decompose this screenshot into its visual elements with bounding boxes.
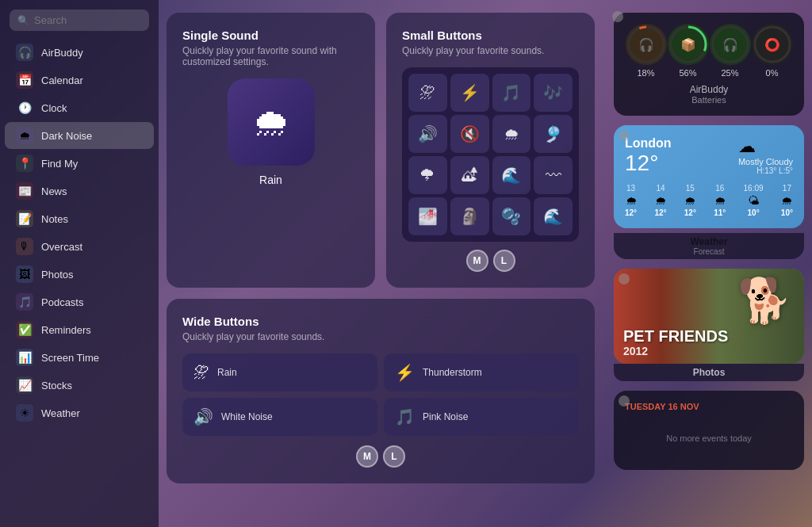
app-icon-11: 📊 [16,349,33,366]
forecast-item-3: 16 🌧 11° [714,184,726,217]
single-sound-icon[interactable]: 🌧 [228,78,315,166]
sidebar-item-calendar[interactable]: 📅 Calendar [5,67,154,94]
photos-pet-friends: PET FRIENDS [623,327,795,345]
forecast-item-2: 15 🌧 12° [684,184,696,217]
top-row: Single Sound Quickly play your favorite … [167,13,595,288]
search-icon: 🔍 [17,15,29,26]
photos-footer-label: Photos [617,367,801,378]
photos-year: 2012 [623,345,795,357]
small-btn-12[interactable]: 🌁 [408,197,447,235]
small-buttons-grid: ⛈⚡🎵🎶🔊🔇🌧🎐🌩🏕🌊〰🌁🗿🫧🌊 [402,67,579,242]
sidebar: 🔍 🎧 AirBuddy 📅 Calendar 🕐 Clock 🌧 Dark N… [0,0,159,527]
sidebar-item-news[interactable]: 📰 News [5,178,154,204]
small-btn-13[interactable]: 🗿 [450,197,489,235]
photos-footer: Photos [614,364,804,381]
wide-avatar-l: L [383,445,405,468]
wide-avatar-m: M [356,445,378,468]
small-btn-10[interactable]: 🌊 [492,156,531,194]
sidebar-item-screen-time[interactable]: 📊 Screen Time [5,344,154,371]
sidebar-item-airbuddy[interactable]: 🎧 AirBuddy [5,39,154,66]
calendar-no-events: No more events today [625,418,793,459]
search-bar[interactable]: 🔍 [10,10,149,31]
wide-btn-1[interactable]: ⚡ Thunderstorm [384,353,579,391]
photos-bg: 🐕 PET FRIENDS 2012 [614,269,804,364]
airbuddy-circle-0: 🎧 18% [626,24,667,78]
small-btn-1[interactable]: ⚡ [450,74,489,112]
small-buttons-widget: Small Buttons Quickly play your favorite… [386,13,595,288]
airbuddy-circle-1: 📦 56% [668,24,709,78]
small-btn-14[interactable]: 🫧 [492,197,531,235]
sidebar-item-overcast[interactable]: 🎙 Overcast [5,233,154,260]
app-icon-9: 🎵 [16,293,33,311]
airbuddy-subtitle: Batteries [625,95,793,105]
wide-buttons-widget: Wide Buttons Quickly play your favorite … [167,299,595,483]
weather-minimize[interactable] [619,130,630,141]
search-input[interactable] [34,14,141,26]
app-icon-3: 🌧 [16,127,33,144]
wide-btn-2[interactable]: 🔊 White Noise [182,398,377,436]
airbuddy-circles: 🎧 18% 📦 56% 🎧 25% ⭕ 0% [625,24,793,78]
app-icon-10: ✅ [16,321,33,338]
calendar-widget: TUESDAY 16 NOV No more events today [614,391,804,470]
calendar-date: TUESDAY 16 NOV [625,402,793,411]
wide-buttons-subtitle: Quickly play your favorite sounds. [182,331,579,342]
weather-hl: H:13° L:5° [738,166,793,175]
airbuddy-title: AirBuddy [625,84,793,95]
small-btn-5[interactable]: 🔇 [450,115,489,153]
small-btn-6[interactable]: 🌧 [492,115,531,153]
photos-overlay: PET FRIENDS 2012 [614,321,804,364]
forecast-item-0: 13 🌧 12° [625,184,637,217]
app-icon-12: 📈 [16,376,33,394]
app-icon-2: 🕐 [16,99,33,116]
sidebar-item-clock[interactable]: 🕐 Clock [5,94,154,121]
weather-right: ☁ Mostly Cloudy H:13° L:5° [738,136,793,175]
app-icon-6: 📝 [16,210,33,227]
right-panel: 🎧 18% 📦 56% 🎧 25% ⭕ 0% [614,13,804,470]
app-icon-8: 🖼 [16,265,33,283]
weather-widget: London 12° ☁ Mostly Cloudy H:13° L:5° 13… [614,125,804,228]
avatar-m: M [466,250,488,272]
avatar-l: L [493,250,515,272]
sidebar-item-podcasts[interactable]: 🎵 Podcasts [5,288,154,315]
weather-widget-wrap: London 12° ☁ Mostly Cloudy H:13° L:5° 13… [614,125,804,259]
sidebar-item-stocks[interactable]: 📈 Stocks [5,372,154,399]
sidebar-item-photos[interactable]: 🖼 Photos [5,261,154,288]
weather-description: Mostly Cloudy [738,157,793,166]
wide-buttons-avatars: ML [182,445,579,468]
sidebar-item-reminders[interactable]: ✅ Reminders [5,316,154,343]
forecast-item-4: 16:09 🌤 10° [744,184,764,217]
airbuddy-minimize[interactable] [612,11,623,22]
small-btn-0[interactable]: ⛈ [408,74,447,112]
small-btn-8[interactable]: 🌩 [408,156,447,194]
small-btn-15[interactable]: 🌊 [534,197,573,235]
small-btn-9[interactable]: 🏕 [450,156,489,194]
small-btn-2[interactable]: 🎵 [492,74,531,112]
sidebar-item-dark-noise[interactable]: 🌧 Dark Noise [5,122,154,149]
small-buttons-avatars: ML [402,250,579,272]
small-btn-11[interactable]: 〰 [534,156,573,194]
sidebar-item-notes[interactable]: 📝 Notes [5,205,154,232]
single-sound-title: Single Sound [182,29,359,42]
calendar-widget-wrap: TUESDAY 16 NOV No more events today [614,391,804,470]
wide-btn-0[interactable]: ⛈ Rain [182,353,377,391]
app-icon-13: ☀ [16,404,33,422]
photos-minimize[interactable] [619,273,630,285]
wide-btn-3[interactable]: 🎵 Pink Noise [384,398,579,436]
small-btn-4[interactable]: 🔊 [408,115,447,153]
weather-top: London 12° ☁ Mostly Cloudy H:13° L:5° [625,136,793,176]
weather-left: London 12° [625,136,672,176]
small-buttons-subtitle: Quickly play your favorite sounds. [402,45,579,56]
app-icon-5: 📰 [16,182,33,200]
airbuddy-circle-2: 🎧 25% [710,24,751,78]
main-content: Single Sound Quickly play your favorite … [167,13,603,520]
app-icon-0: 🎧 [16,44,33,61]
app-icon-7: 🎙 [16,238,33,255]
sidebar-item-weather[interactable]: ☀ Weather [5,399,154,426]
sidebar-item-find-my[interactable]: 📍 Find My [5,150,154,177]
photos-widget: 🐕 PET FRIENDS 2012 [614,269,804,364]
small-btn-7[interactable]: 🎐 [534,115,573,153]
app-icon-1: 📅 [16,71,33,89]
wide-buttons-grid: ⛈ Rain ⚡ Thunderstorm 🔊 White Noise 🎵 Pi… [182,353,579,436]
calendar-minimize[interactable] [619,395,630,407]
small-btn-3[interactable]: 🎶 [534,74,573,112]
